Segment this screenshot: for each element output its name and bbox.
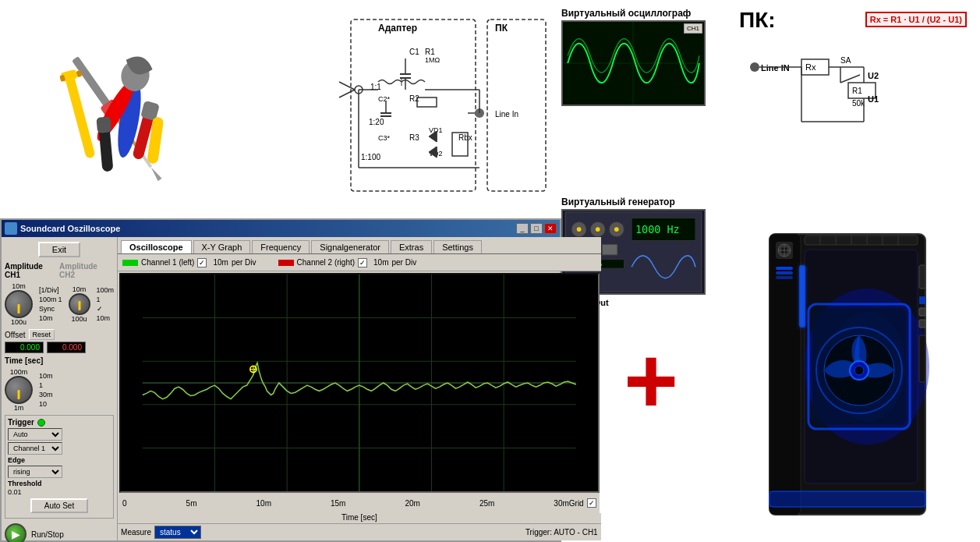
measure-dropdown[interactable]: status CH1 Vpp CH2 Vpp Freq — [154, 526, 201, 539]
top-section: Адаптер ПК C1 R1 1MΩ 1:1 — [0, 0, 980, 218]
tab-extras[interactable]: Extras — [391, 240, 432, 253]
ch2-label: Channel 2 (right) — [297, 258, 355, 267]
sync-label: Sync — [39, 305, 62, 313]
svg-line-23 — [339, 90, 355, 97]
knob2-1: 1 — [97, 296, 115, 303]
time-axis-label: Time [sec] — [118, 513, 601, 523]
edge-dropdown-row: rising falling — [8, 466, 111, 478]
run-stop-button[interactable]: ▶ — [5, 523, 27, 542]
knob2-indicator — [78, 301, 80, 310]
knob1-mid-right: 1 — [58, 296, 62, 303]
trigger-title: Trigger — [8, 418, 111, 427]
amplitude-ch2-label: Amplitude CH2 — [59, 262, 114, 279]
svg-text:Line IN: Line IN — [761, 63, 790, 73]
bottom-section: Soundcard Oszilloscope _ □ ✕ Exit Amplit… — [0, 218, 980, 542]
time-label: Time [sec] — [5, 356, 114, 365]
svg-text:1:100: 1:100 — [361, 153, 380, 161]
knob-row-1: 10m 100u [1/Div] 100m 1 — [5, 282, 114, 326]
osc-app-icon — [5, 222, 17, 235]
tab-signalgenerator[interactable]: Signalgenerator — [311, 240, 389, 253]
tick-5m: 5m — [186, 499, 197, 508]
reset-button[interactable]: Reset — [29, 329, 55, 340]
minimize-button[interactable]: _ — [516, 223, 529, 234]
exit-button[interactable]: Exit — [38, 242, 80, 257]
maximize-button[interactable]: □ — [530, 223, 543, 234]
knob1-mid-left: 100m — [39, 296, 57, 303]
amplitude-ch1-label: Amplitude CH1 — [5, 262, 59, 279]
tab-oscilloscope[interactable]: Oscilloscope — [121, 240, 191, 253]
ch1-checkbox[interactable]: ✓ — [197, 258, 207, 267]
channel-indicator-bar: Channel 1 (left) ✓ 10m per Div Channel 2… — [118, 254, 601, 271]
plus-icon: + — [624, 334, 678, 427]
trigger-mode-row: Auto Normal Single — [8, 428, 111, 441]
svg-text:C3*: C3* — [378, 134, 391, 142]
knob1-bot-label: 100u — [11, 318, 27, 326]
svg-rect-143 — [919, 296, 925, 304]
time-knob[interactable] — [5, 376, 33, 404]
pc-tower — [746, 226, 964, 523]
svg-line-72 — [840, 75, 860, 83]
svg-rect-144 — [919, 308, 925, 316]
svg-text:SA: SA — [840, 56, 851, 65]
knob2-100m: 100m — [97, 286, 115, 294]
edge-dropdown[interactable]: rising falling — [8, 466, 62, 478]
knob2-top-label: 10m — [73, 285, 87, 293]
svg-rect-133 — [769, 491, 925, 507]
trigger-section: Trigger Auto Normal Single Channel 1 — [5, 415, 114, 519]
tab-xy-graph[interactable]: X-Y Graph — [193, 240, 251, 253]
svg-text:Rbx: Rbx — [458, 133, 472, 142]
knob2-10m2: 10m — [97, 314, 115, 322]
amplitude-ch2-knob[interactable] — [69, 293, 90, 315]
virtual-osc-area: Виртуальный осциллограф — [561, 0, 980, 218]
time-knob-indicator — [18, 390, 20, 399]
svg-rect-135 — [805, 236, 918, 245]
trigger-mode-dropdown[interactable]: Auto Normal Single — [8, 428, 62, 441]
trigger-channel-dropdown[interactable]: Channel 1 Channel 2 — [8, 442, 62, 455]
measure-section: Measure status CH1 Vpp CH2 Vpp Freq — [121, 526, 201, 539]
right-section: + — [561, 218, 980, 542]
ch1-label: Channel 1 (left) — [141, 258, 194, 267]
svg-text:R1: R1 — [852, 87, 862, 95]
svg-text:1MΩ: 1MΩ — [425, 56, 440, 64]
ch2-checkbox[interactable]: ✓ — [358, 258, 367, 267]
ch2-color-indicator — [278, 260, 294, 266]
ch2-per-div-label: per Div — [392, 258, 417, 267]
measure-label: Measure — [121, 528, 151, 537]
osc-titlebar-left: Soundcard Oszilloscope — [5, 222, 120, 235]
tab-frequency[interactable]: Frequency — [252, 240, 310, 253]
amplitude-ch1-knob[interactable] — [5, 290, 33, 318]
svg-text:Line In: Line In — [495, 110, 518, 119]
virt-osc-screen: CH1 — [561, 20, 706, 106]
time-10: 10 — [39, 400, 53, 408]
knob1-indicator — [18, 304, 20, 314]
svg-marker-4 — [149, 165, 161, 181]
pk-label: ПК: — [739, 8, 776, 33]
oscilloscope-screen — [119, 273, 600, 493]
time-30m: 30m — [39, 391, 53, 399]
tick-0: 0 — [122, 499, 127, 508]
time-axis-bar: 0 5m 10m 15m 20m 25m 30m Grid ✓ — [119, 493, 600, 513]
svg-rect-15 — [96, 116, 111, 133]
virt-osc-label: Виртуальный осциллограф — [561, 8, 733, 19]
tick-20m: 20m — [405, 499, 419, 508]
close-button[interactable]: ✕ — [544, 223, 557, 234]
run-stop-label: Run/Stop — [31, 530, 64, 539]
ch1-per-div-label: per Div — [232, 258, 256, 267]
knob1-10m: 10m — [39, 314, 62, 322]
svg-rect-147 — [776, 267, 793, 270]
svg-rect-142 — [919, 265, 925, 289]
svg-text:C2*: C2* — [378, 95, 391, 103]
amplitude-labels: Amplitude CH1 Amplitude CH2 — [5, 262, 114, 279]
run-stop-section: ▶ Run/Stop — [5, 523, 114, 542]
amplitude-ch1-section: Amplitude CH1 Amplitude CH2 10m 100u [ — [5, 262, 114, 326]
time-knob-top: 100m — [10, 368, 28, 376]
edge-label: Edge — [8, 456, 111, 464]
offset-section: Offset Reset — [5, 329, 114, 340]
svg-rect-149 — [776, 276, 793, 279]
tools-image-area — [0, 0, 249, 218]
tab-settings[interactable]: Settings — [433, 240, 482, 253]
auto-set-button[interactable]: Auto Set — [30, 498, 88, 513]
time-knob-bot: 1m — [14, 404, 24, 412]
div-label: [1/Div] — [39, 286, 62, 294]
ch1-color-indicator — [122, 260, 138, 266]
